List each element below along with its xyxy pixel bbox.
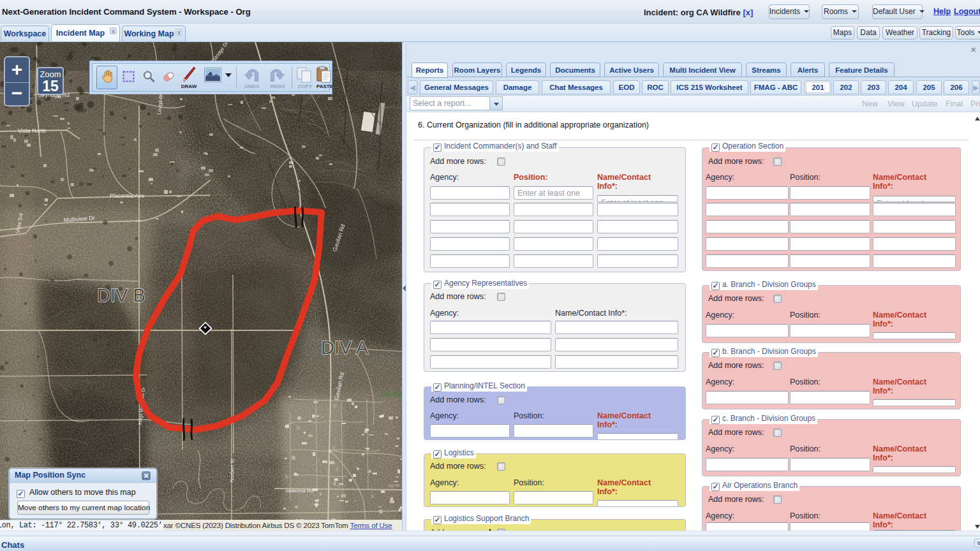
svg-text:Idaleona Rd: Idaleona Rd [286,488,313,494]
svg-text:Placentia Ave: Placentia Ave [110,193,144,199]
svg-text:Norbert St: Norbert St [229,459,235,483]
svg-text:Hartfor: Hartfor [382,390,402,398]
svg-text:Vista Norte: Vista Norte [18,128,46,134]
svg-text:DIV A: DIV A [321,337,369,358]
svg-text:DIV B: DIV B [97,285,145,305]
